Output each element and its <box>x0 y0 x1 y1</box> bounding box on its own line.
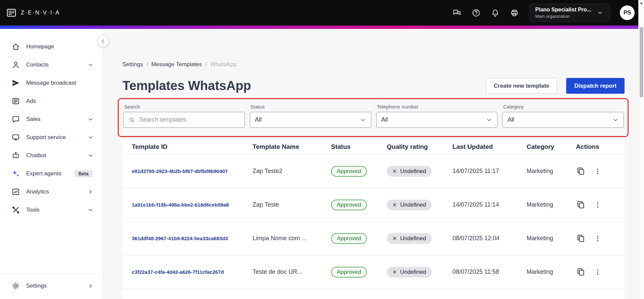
row-actions <box>576 200 625 210</box>
status-label: Status <box>251 104 371 110</box>
brand-text: Z·E·N·V·I·A <box>21 9 60 16</box>
copy-icon[interactable] <box>576 200 586 210</box>
organization-name: Plano Specialist Pro... <box>535 7 591 13</box>
printer-icon[interactable] <box>510 8 519 17</box>
breadcrumb-message-templates[interactable]: Message Templates <box>151 61 202 68</box>
page-title: Templates WhatsApp <box>122 79 251 93</box>
last-updated: 14/07/2025 11:17 <box>452 168 527 175</box>
zenvia-logo-icon <box>6 7 17 18</box>
organization-subtitle: Main organization <box>535 14 591 19</box>
home-icon <box>11 42 20 51</box>
category: Marketing <box>527 268 576 275</box>
category-filter: Category All <box>502 104 624 128</box>
breadcrumb-whatsapp: WhatsApp <box>210 61 236 68</box>
template-id-link[interactable]: c3f22a37-c4fa-4d42-a626-7f11cfac267d <box>132 269 253 275</box>
chevron-right-icon <box>87 283 94 289</box>
x-icon <box>392 169 397 174</box>
telephone-number-select[interactable]: All <box>376 112 498 128</box>
row-actions <box>576 166 625 176</box>
brand-gradient-bar <box>0 26 644 29</box>
row-actions <box>576 233 625 243</box>
sidebar-item-ads[interactable]: Ads <box>0 92 103 110</box>
kebab-menu-icon[interactable] <box>594 268 602 276</box>
filters-panel-highlighted: Search Status All Telephone number All <box>118 98 629 137</box>
kebab-menu-icon[interactable] <box>594 167 602 175</box>
kebab-menu-icon[interactable] <box>594 234 602 243</box>
status-badge: Approved <box>331 267 367 277</box>
quality-rating-badge: Undefined <box>387 166 432 177</box>
help-icon[interactable] <box>472 8 481 17</box>
sidebar-item-analytics[interactable]: Analytics <box>0 183 103 201</box>
create-new-template-button[interactable]: Create new template <box>486 78 557 94</box>
search-input[interactable] <box>123 112 245 128</box>
tools-icon <box>11 206 20 214</box>
template-id-link[interactable]: 361ddf48-2967-41b9-8224-5ea33ca683d3 <box>132 236 253 241</box>
sidebar-collapse-button[interactable] <box>97 36 109 47</box>
dispatch-report-button[interactable]: Dispatch report <box>566 78 625 94</box>
top-header: Z·E·N·V·I·A Plano Specialist Pro... Main… <box>0 0 644 26</box>
sidebar-item-tools[interactable]: Tools <box>0 201 103 219</box>
search-templates-field[interactable] <box>139 116 240 124</box>
column-quality-rating: Quality rating <box>387 143 452 151</box>
template-id-link[interactable]: 1a91e1bb-f18b-498a-bbe2-618d6ceb59a8 <box>132 202 253 208</box>
copy-icon[interactable] <box>576 233 586 243</box>
copy-icon[interactable] <box>576 166 586 176</box>
chevron-down-icon <box>87 207 94 213</box>
sidebar-item-support-service[interactable]: Support service <box>0 128 103 146</box>
contacts-icon <box>11 60 20 69</box>
sidebar-item-message-broadcast[interactable]: Message broadcast <box>0 74 103 92</box>
column-last-updated: Last Updated <box>452 143 527 151</box>
breadcrumb-settings[interactable]: Settings <box>122 61 143 68</box>
template-name: Teste de doc UR... <box>253 268 331 275</box>
category: Marketing <box>527 235 576 242</box>
column-template-name: Template Name <box>253 143 331 151</box>
x-icon <box>392 236 397 241</box>
column-category: Category <box>527 143 576 151</box>
status-select[interactable]: All <box>250 112 371 128</box>
status-badge: Approved <box>331 166 367 177</box>
scrollbar-up-arrow[interactable] <box>639 0 644 6</box>
category-label: Category <box>503 104 624 110</box>
sidebar-item-homepage[interactable]: Homepage <box>0 38 103 56</box>
last-updated: 08/07/2025 11:58 <box>452 268 527 275</box>
sidebar-item-chatbot[interactable]: Chatbot <box>0 146 103 165</box>
template-id-link[interactable]: e81d2795-2923-4b2b-bf87-4bf5d9b90407 <box>132 168 253 174</box>
sparkles-icon <box>11 169 20 178</box>
sidebar-item-sales[interactable]: Sales <box>0 110 103 128</box>
avatar[interactable]: PS <box>620 5 635 20</box>
last-updated: 14/07/2025 11:14 <box>452 201 527 208</box>
sidebar-item-settings[interactable]: Settings <box>0 277 103 295</box>
sidebar: Homepage Contacts Message broadcast Ads … <box>0 29 103 299</box>
template-name: Zap Teste <box>253 201 331 208</box>
scrollbar-thumb[interactable] <box>640 27 643 97</box>
send-icon <box>11 79 20 87</box>
beta-badge: Beta <box>74 170 93 177</box>
copy-icon[interactable] <box>576 267 586 277</box>
chevron-left-icon <box>100 38 106 45</box>
robot-icon <box>11 151 20 160</box>
quality-rating-badge: Undefined <box>387 233 432 244</box>
column-template-id: Template ID <box>132 143 253 151</box>
organization-selector[interactable]: Plano Specialist Pro... Main organizatio… <box>529 4 610 22</box>
main-content: Settings / Message Templates / WhatsApp … <box>103 29 644 299</box>
quality-rating-badge: Undefined <box>387 200 432 210</box>
chevron-down-icon <box>360 117 366 123</box>
breadcrumb-separator: / <box>205 61 207 68</box>
gear-icon <box>11 282 20 290</box>
notifications-icon[interactable] <box>491 8 500 17</box>
templates-table: Template ID Template Name Status Quality… <box>122 139 625 299</box>
table-header-row: Template ID Template Name Status Quality… <box>122 139 625 155</box>
sidebar-item-contacts[interactable]: Contacts <box>0 56 103 74</box>
conversations-icon[interactable] <box>452 8 462 17</box>
template-row: 1a91e1bb-f18b-498a-bbe2-618d6ceb59a8 Zap… <box>122 188 625 222</box>
monitor-icon <box>11 133 20 142</box>
page-scrollbar[interactable] <box>638 0 644 299</box>
kebab-menu-icon[interactable] <box>594 201 602 209</box>
category-selected-value: All <box>507 116 514 123</box>
sidebar-item-expert-agents[interactable]: Expert agents Beta <box>0 165 103 183</box>
chevron-right-icon <box>87 188 94 195</box>
template-row: 361ddf48-2967-41b9-8224-5ea33ca683d3 Lim… <box>122 222 625 255</box>
search-icon <box>128 117 135 123</box>
category-select[interactable]: All <box>502 112 624 128</box>
template-name: Zap Teste2 <box>253 168 331 175</box>
